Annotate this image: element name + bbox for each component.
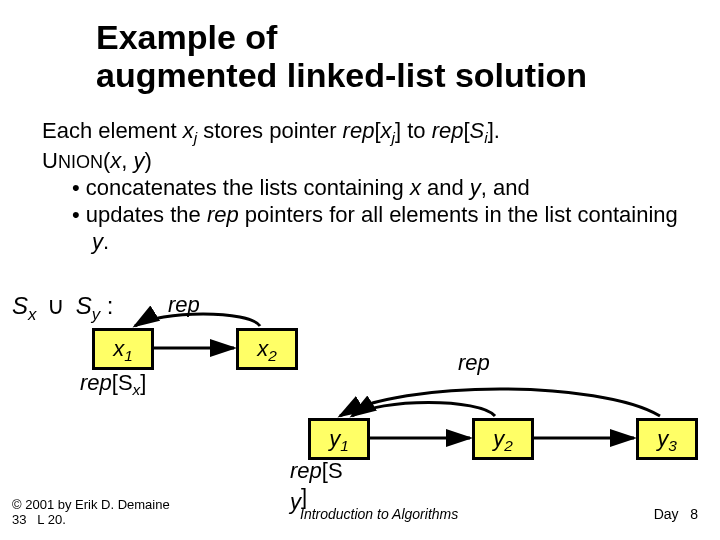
copyright: © 2001 by Erik D. Demaine — [12, 497, 170, 512]
Sy: S — [76, 292, 92, 319]
txt: to — [401, 118, 432, 143]
y3: y — [92, 229, 103, 254]
txt: pointers for all elements in the list co… — [239, 202, 678, 227]
lecture: L 20. — [37, 512, 65, 527]
node-y3: y3 — [636, 418, 698, 460]
txt: updates the — [86, 202, 207, 227]
y2: y — [470, 175, 481, 200]
y1-sub: 1 — [340, 437, 349, 454]
rep2: rep — [432, 118, 464, 143]
txt: [S — [322, 458, 343, 483]
txt: and — [421, 175, 470, 200]
x1: x — [113, 336, 124, 361]
x2: x — [257, 336, 268, 361]
y: y — [133, 148, 144, 173]
txt: Each element — [42, 118, 183, 143]
xj2: x — [381, 118, 392, 143]
node-x2: x2 — [236, 328, 298, 370]
txt: rep — [80, 370, 112, 395]
title-line2: augmented linked-list solution — [96, 56, 587, 94]
txt: [S — [112, 370, 133, 395]
y2: y — [493, 426, 504, 451]
node-y1: y1 — [308, 418, 370, 460]
y1: y — [329, 426, 340, 451]
page-num: 33 — [12, 512, 26, 527]
txt: , — [121, 148, 133, 173]
node-y2: y2 — [472, 418, 534, 460]
y3: y — [657, 426, 668, 451]
txt: ]. — [488, 118, 500, 143]
footer-left: © 2001 by Erik D. Demaine 33 L 20. — [12, 497, 170, 528]
xj: x — [183, 118, 194, 143]
day-num: 8 — [690, 506, 698, 522]
txt: rep — [290, 458, 322, 483]
Sx-sub: x — [28, 305, 36, 324]
txt: , and — [481, 175, 530, 200]
y2-sub: 2 — [504, 437, 513, 454]
x: x — [110, 148, 121, 173]
x2: x — [410, 175, 421, 200]
x1-sub: 1 — [124, 347, 133, 364]
node-x1: x1 — [92, 328, 154, 370]
Sx: S — [12, 292, 28, 319]
Sy-sub: y — [92, 305, 100, 324]
x2-sub: 2 — [268, 347, 277, 364]
txt: stores pointer — [197, 118, 343, 143]
txt: . — [103, 229, 109, 254]
colon: : — [100, 292, 113, 319]
rep-mid-label: rep — [458, 350, 490, 376]
txt: concatenates the lists containing — [86, 175, 410, 200]
union-u: U — [42, 148, 58, 173]
slide-title: Example of augmented linked-list solutio… — [96, 18, 587, 94]
y3-sub: 3 — [668, 437, 677, 454]
repSx-label: rep[Sx] — [80, 370, 146, 399]
cup: ∪ — [43, 292, 69, 319]
rep-top-label: rep — [168, 292, 200, 318]
rep: rep — [343, 118, 375, 143]
footer-right: Day 8 — [654, 506, 698, 522]
day-label: Day — [654, 506, 679, 522]
rep3: rep — [207, 202, 239, 227]
body-text: Each element xj stores pointer rep[xj] t… — [42, 118, 682, 255]
footer-mid: Introduction to Algorithms — [300, 506, 458, 522]
Si: S — [470, 118, 485, 143]
txt: ) — [144, 148, 151, 173]
union-rest: NION — [58, 152, 103, 172]
txt: ] — [140, 370, 146, 395]
title-line1: Example of — [96, 18, 277, 56]
sx-union-sy-label: Sx ∪ Sy : — [12, 292, 114, 325]
